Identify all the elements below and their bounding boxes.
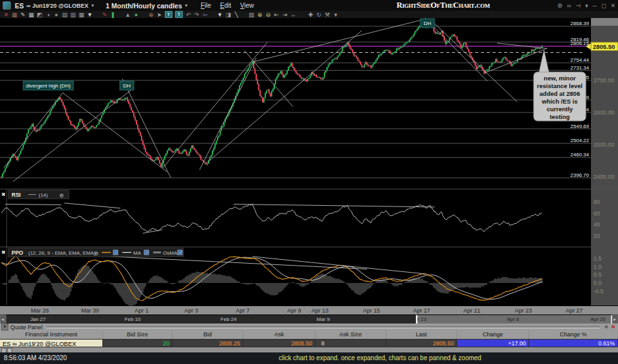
minimize-icon[interactable]: ─ — [593, 3, 597, 9]
green-dot-icon[interactable]: ● — [132, 12, 140, 18]
callout-text-line: resistance level — [537, 82, 583, 89]
date-tick-label: Apr 1 — [135, 307, 149, 314]
close-rsi-panel-icon: ✖ — [1, 192, 6, 197]
callout-text-line: added at 2806 — [539, 90, 580, 97]
wrench-icon[interactable]: ⚒ — [323, 12, 332, 18]
caret-down-icon[interactable]: ▾ — [332, 12, 340, 18]
grid-icon[interactable]: ▦ — [27, 12, 35, 18]
ppo-settings-icon: ⚙ — [94, 251, 98, 257]
menu-edit[interactable]: Edit — [220, 2, 231, 9]
ma-label: MA — [133, 250, 142, 256]
menu-file[interactable]: File — [201, 2, 211, 9]
scroll-right-icon[interactable]: ⇥ — [281, 12, 289, 18]
undo-icon[interactable]: ↶ — [184, 12, 192, 18]
close-window-icon[interactable]: ✕ — [610, 3, 615, 9]
quote-panel-title: Quote Panel — [10, 324, 42, 331]
status-bar: 8:56:03 AM 4/23/2020 click chart to expa… — [0, 352, 618, 364]
dropdown2-icon[interactable]: ▼ — [216, 12, 224, 18]
link-icon[interactable]: ∞ — [567, 3, 571, 9]
price-axis-strip[interactable] — [591, 18, 618, 305]
clock-text: 8:56:03 AM 4/23/2020 — [4, 354, 67, 361]
menu-view[interactable]: View — [240, 2, 254, 9]
level-price-label: 2868.39 — [570, 21, 589, 26]
trendline[interactable] — [485, 48, 547, 73]
col-change-pct[interactable]: Change % — [529, 331, 618, 339]
draw-pencil-icon[interactable]: ✎ — [19, 12, 27, 18]
image-alt-icon[interactable]: ▥ — [69, 12, 77, 18]
symbol-caret-icon[interactable]: ▼ — [90, 3, 95, 8]
navigator-left-handle[interactable] — [416, 315, 418, 323]
hatch-tool-icon[interactable]: ▨ — [247, 12, 256, 18]
grid-style-icon[interactable]: ▦ — [10, 12, 19, 18]
alert-icon[interactable]: ❖ — [604, 324, 608, 330]
redo-icon[interactable]: ↷ — [192, 12, 201, 18]
quote-panel-collapse-icon[interactable]: ▼ — [1, 323, 8, 331]
hint-text: click chart to expand. once expanded, ch… — [279, 354, 482, 361]
rsi-trendline[interactable] — [64, 203, 120, 208]
trendline[interactable] — [207, 31, 362, 163]
refresh-icon[interactable]: ↻ — [315, 12, 323, 18]
trendline[interactable] — [497, 43, 547, 49]
level-price-label: 2460.34 — [570, 152, 589, 158]
panel-icon[interactable]: ◨ — [224, 12, 232, 18]
symbol-title[interactable]: ES — [15, 2, 24, 10]
cell-last: 2805.50 — [386, 339, 457, 347]
text-note-icon[interactable]: T — [165, 11, 173, 18]
col-last[interactable]: Last — [386, 331, 457, 339]
expand-horizontal-icon[interactable]: ↔ — [289, 12, 297, 18]
dropdown-icon[interactable]: ▼ — [86, 12, 94, 18]
quote-data-row[interactable]: ES ∞ Jun19'20 @GLOBEX 20 2805.25 2805.50… — [0, 339, 618, 347]
rsi-trendline[interactable] — [5, 205, 61, 205]
pointer-icon[interactable]: ➤ — [155, 12, 164, 18]
col-ask-size[interactable]: Ask Size — [315, 331, 386, 339]
pin-icon[interactable]: ⊣ — [576, 3, 581, 9]
timeframe-selector[interactable]: 1 Month/Hourly candles — [106, 2, 182, 10]
col-change[interactable]: Change — [457, 331, 529, 339]
svg-text:DH: DH — [424, 21, 431, 26]
cell-instrument[interactable]: ES ∞ Jun19'20 @GLOBEX — [0, 339, 103, 347]
rsi-legend-title: RSI — [12, 192, 21, 198]
col-ask[interactable]: Ask — [243, 331, 315, 339]
contract-title[interactable]: ∞ Jun19'20 @GLOBEX — [26, 3, 88, 9]
fill-icon[interactable]: ◩ — [35, 12, 44, 18]
pin-caret-icon[interactable]: ▾ — [585, 3, 588, 9]
trendline[interactable] — [252, 19, 427, 62]
circle-icon[interactable]: ● — [52, 12, 61, 18]
candlestick-icon[interactable]: ❚ — [109, 12, 117, 18]
level-price-label: 2396.70 — [570, 172, 589, 178]
red-pencil-icon[interactable]: ✎ — [100, 12, 109, 18]
close-quote-panel-icon[interactable]: ✖ — [611, 324, 615, 330]
image-icon[interactable]: ▤ — [61, 12, 69, 18]
scroll-left-icon[interactable]: ⇤ — [272, 12, 281, 18]
maximize-icon[interactable]: ◻ — [601, 3, 606, 9]
timeframe-caret-icon[interactable]: ▼ — [184, 3, 189, 8]
col-bid[interactable]: Bid — [173, 331, 243, 339]
rsi-trendline[interactable] — [234, 205, 435, 207]
col-financial-instrument[interactable]: Financial Instrument — [0, 331, 103, 339]
close-chart-icon[interactable]: ✕ — [2, 12, 10, 18]
mountain-icon[interactable]: ▲ — [124, 12, 132, 18]
rsi-axis-tick: 80 — [594, 199, 600, 205]
date-tick-label: Apr 21 — [464, 307, 481, 314]
zoom-out-icon[interactable]: ⊖ — [264, 12, 272, 18]
layout-grid-icon[interactable]: ▦ — [77, 12, 86, 18]
back-icon[interactable]: ⇦ — [201, 12, 209, 18]
trendline[interactable] — [4, 93, 62, 168]
settings-gear-icon[interactable]: ⚙ — [557, 3, 563, 9]
trendline[interactable] — [62, 93, 167, 172]
trendline[interactable] — [122, 79, 171, 178]
crosshair-icon[interactable]: ⊕ — [147, 12, 155, 18]
rsi-axis-tick: 40 — [594, 221, 600, 228]
trendline[interactable] — [13, 89, 132, 182]
trendline-tool-icon[interactable]: ╲ — [232, 12, 241, 18]
text-label-icon[interactable]: T — [175, 11, 183, 18]
date-tick-label: Apr 15 — [363, 307, 380, 314]
contrast-icon[interactable]: ◑ — [44, 12, 52, 18]
chart-canvas[interactable]: 2868.392819.462754.442731.342700.052639.… — [0, 18, 618, 323]
trendline[interactable] — [430, 19, 517, 102]
zoom-in-icon[interactable]: ⊕ — [256, 12, 264, 18]
col-bid-size[interactable]: Bid Size — [103, 331, 173, 339]
pan-icon[interactable]: ✚ — [306, 12, 315, 18]
trendline[interactable] — [245, 51, 293, 107]
resize-gutter[interactable] — [0, 347, 618, 352]
